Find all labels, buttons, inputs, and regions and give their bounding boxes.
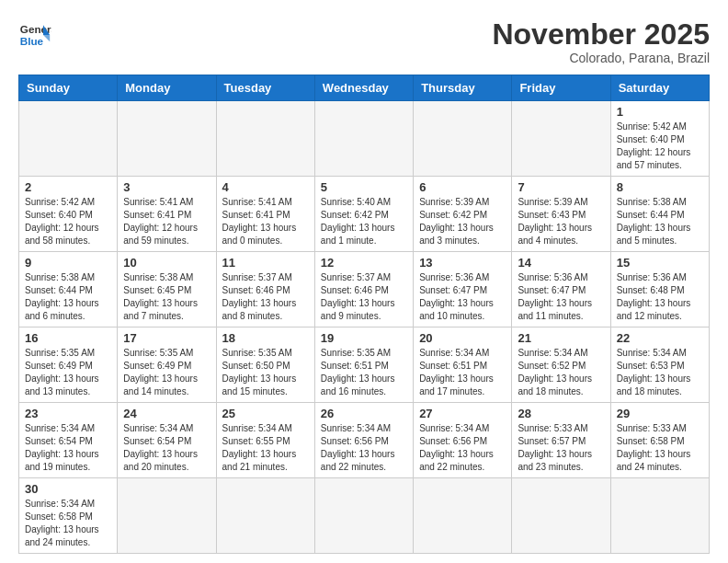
day-info: Sunrise: 5:38 AM Sunset: 6:44 PM Dayligh… (617, 196, 703, 247)
day-number: 1 (617, 105, 703, 119)
day-number: 14 (518, 256, 604, 270)
day-info: Sunrise: 5:39 AM Sunset: 6:42 PM Dayligh… (419, 196, 506, 247)
header-tuesday: Tuesday (216, 75, 314, 101)
day-info: Sunrise: 5:37 AM Sunset: 6:46 PM Dayligh… (321, 271, 407, 323)
calendar-row: 9Sunrise: 5:38 AM Sunset: 6:44 PM Daylig… (19, 252, 710, 327)
day-number: 11 (222, 256, 309, 270)
table-row: 9Sunrise: 5:38 AM Sunset: 6:44 PM Daylig… (19, 252, 118, 327)
day-info: Sunrise: 5:35 AM Sunset: 6:51 PM Dayligh… (321, 347, 407, 398)
day-info: Sunrise: 5:42 AM Sunset: 6:40 PM Dayligh… (617, 121, 703, 172)
table-row (414, 478, 512, 554)
table-row (118, 478, 216, 554)
day-info: Sunrise: 5:33 AM Sunset: 6:57 PM Dayligh… (518, 422, 604, 474)
day-number: 10 (123, 256, 210, 270)
calendar-row: 23Sunrise: 5:34 AM Sunset: 6:54 PM Dayli… (19, 403, 710, 478)
calendar-row: 1Sunrise: 5:42 AM Sunset: 6:40 PM Daylig… (19, 101, 710, 177)
weekday-header-row: Sunday Monday Tuesday Wednesday Thursday… (19, 75, 710, 101)
table-row: 21Sunrise: 5:34 AM Sunset: 6:52 PM Dayli… (512, 327, 610, 403)
day-number: 2 (25, 180, 111, 194)
day-info: Sunrise: 5:35 AM Sunset: 6:50 PM Dayligh… (222, 347, 309, 398)
table-row (118, 101, 216, 177)
day-number: 30 (25, 482, 111, 496)
day-info: Sunrise: 5:34 AM Sunset: 6:54 PM Dayligh… (123, 422, 210, 474)
day-info: Sunrise: 5:34 AM Sunset: 6:51 PM Dayligh… (419, 347, 506, 398)
header-sunday: Sunday (19, 75, 118, 101)
header-saturday: Saturday (610, 75, 709, 101)
day-number: 7 (518, 180, 604, 194)
day-info: Sunrise: 5:34 AM Sunset: 6:58 PM Dayligh… (25, 498, 111, 549)
day-info: Sunrise: 5:34 AM Sunset: 6:55 PM Dayligh… (222, 422, 309, 474)
day-info: Sunrise: 5:40 AM Sunset: 6:42 PM Dayligh… (321, 196, 407, 247)
header-wednesday: Wednesday (314, 75, 413, 101)
table-row: 20Sunrise: 5:34 AM Sunset: 6:51 PM Dayli… (414, 327, 512, 403)
table-row: 12Sunrise: 5:37 AM Sunset: 6:46 PM Dayli… (314, 252, 413, 327)
svg-marker-3 (43, 35, 50, 41)
table-row: 17Sunrise: 5:35 AM Sunset: 6:49 PM Dayli… (118, 327, 216, 403)
svg-text:Blue: Blue (20, 35, 44, 47)
day-number: 17 (123, 331, 210, 345)
table-row: 10Sunrise: 5:38 AM Sunset: 6:45 PM Dayli… (118, 252, 216, 327)
logo-icon: General Blue (18, 18, 51, 52)
day-number: 28 (518, 407, 604, 420)
day-number: 20 (419, 331, 506, 345)
calendar-subtitle: Colorado, Parana, Brazil (492, 51, 710, 65)
table-row: 1Sunrise: 5:42 AM Sunset: 6:40 PM Daylig… (610, 101, 709, 177)
day-number: 26 (321, 407, 407, 420)
calendar-table: Sunday Monday Tuesday Wednesday Thursday… (18, 75, 710, 554)
calendar-title: November 2025 (492, 18, 710, 51)
day-info: Sunrise: 5:35 AM Sunset: 6:49 PM Dayligh… (123, 347, 210, 398)
table-row (216, 101, 314, 177)
table-row (610, 478, 709, 554)
day-number: 16 (25, 331, 111, 345)
day-info: Sunrise: 5:36 AM Sunset: 6:47 PM Dayligh… (419, 271, 506, 323)
table-row (216, 478, 314, 554)
day-info: Sunrise: 5:35 AM Sunset: 6:49 PM Dayligh… (25, 347, 111, 398)
day-number: 6 (419, 180, 506, 194)
day-number: 12 (321, 256, 407, 270)
day-info: Sunrise: 5:34 AM Sunset: 6:53 PM Dayligh… (617, 347, 703, 398)
day-info: Sunrise: 5:36 AM Sunset: 6:47 PM Dayligh… (518, 271, 604, 323)
day-info: Sunrise: 5:34 AM Sunset: 6:52 PM Dayligh… (518, 347, 604, 398)
day-number: 4 (222, 180, 309, 194)
table-row: 11Sunrise: 5:37 AM Sunset: 6:46 PM Dayli… (216, 252, 314, 327)
page-header: General Blue November 2025 Colorado, Par… (18, 18, 710, 65)
table-row: 30Sunrise: 5:34 AM Sunset: 6:58 PM Dayli… (19, 478, 118, 554)
day-number: 25 (222, 407, 309, 420)
day-info: Sunrise: 5:38 AM Sunset: 6:44 PM Dayligh… (25, 271, 111, 323)
day-number: 21 (518, 331, 604, 345)
day-info: Sunrise: 5:36 AM Sunset: 6:48 PM Dayligh… (617, 271, 703, 323)
day-number: 13 (419, 256, 506, 270)
table-row: 27Sunrise: 5:34 AM Sunset: 6:56 PM Dayli… (414, 403, 512, 478)
table-row (512, 101, 610, 177)
day-info: Sunrise: 5:37 AM Sunset: 6:46 PM Dayligh… (222, 271, 309, 323)
day-info: Sunrise: 5:34 AM Sunset: 6:54 PM Dayligh… (25, 422, 111, 474)
day-info: Sunrise: 5:34 AM Sunset: 6:56 PM Dayligh… (321, 422, 407, 474)
table-row: 23Sunrise: 5:34 AM Sunset: 6:54 PM Dayli… (19, 403, 118, 478)
table-row: 5Sunrise: 5:40 AM Sunset: 6:42 PM Daylig… (314, 177, 413, 252)
header-thursday: Thursday (414, 75, 512, 101)
table-row: 26Sunrise: 5:34 AM Sunset: 6:56 PM Dayli… (314, 403, 413, 478)
table-row (19, 101, 118, 177)
day-number: 15 (617, 256, 703, 270)
day-number: 27 (419, 407, 506, 420)
day-number: 9 (25, 256, 111, 270)
day-number: 18 (222, 331, 309, 345)
day-number: 8 (617, 180, 703, 194)
table-row: 16Sunrise: 5:35 AM Sunset: 6:49 PM Dayli… (19, 327, 118, 403)
table-row: 13Sunrise: 5:36 AM Sunset: 6:47 PM Dayli… (414, 252, 512, 327)
table-row: 22Sunrise: 5:34 AM Sunset: 6:53 PM Dayli… (610, 327, 709, 403)
header-monday: Monday (118, 75, 216, 101)
table-row (314, 478, 413, 554)
logo: General Blue (18, 18, 51, 52)
table-row: 7Sunrise: 5:39 AM Sunset: 6:43 PM Daylig… (512, 177, 610, 252)
day-number: 5 (321, 180, 407, 194)
table-row: 8Sunrise: 5:38 AM Sunset: 6:44 PM Daylig… (610, 177, 709, 252)
table-row (314, 101, 413, 177)
table-row: 6Sunrise: 5:39 AM Sunset: 6:42 PM Daylig… (414, 177, 512, 252)
table-row: 28Sunrise: 5:33 AM Sunset: 6:57 PM Dayli… (512, 403, 610, 478)
table-row (414, 101, 512, 177)
table-row: 4Sunrise: 5:41 AM Sunset: 6:41 PM Daylig… (216, 177, 314, 252)
table-row: 3Sunrise: 5:41 AM Sunset: 6:41 PM Daylig… (118, 177, 216, 252)
table-row: 14Sunrise: 5:36 AM Sunset: 6:47 PM Dayli… (512, 252, 610, 327)
table-row: 29Sunrise: 5:33 AM Sunset: 6:58 PM Dayli… (610, 403, 709, 478)
